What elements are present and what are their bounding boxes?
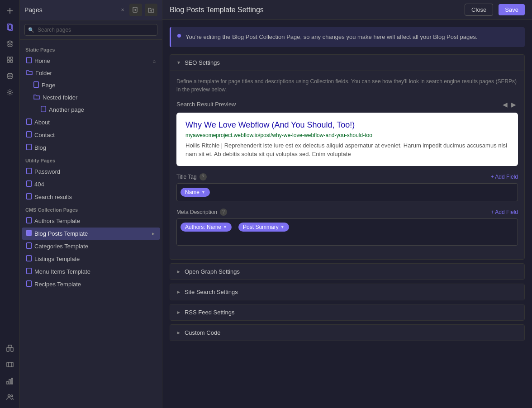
page-icon (26, 217, 32, 225)
meta-description-post-summary-pill[interactable]: Post Summary ▼ (238, 223, 289, 232)
sidebar-item-home[interactable]: Home ⌂ (22, 55, 160, 67)
page-icon (26, 168, 32, 176)
sidebar-item-label: Another page (49, 106, 156, 113)
rss-feed-section: ► RSS Feed Settings (170, 304, 525, 321)
chevron-right-icon: ► (151, 231, 156, 236)
title-tag-name-pill[interactable]: Name ▼ (180, 188, 210, 197)
sidebar-item-label: Categories Template (34, 243, 156, 250)
sidebar-item-label: Listings Template (34, 256, 156, 262)
component-icon[interactable] (3, 341, 17, 356)
sidebar-item-recipes-template[interactable]: Recipes Template (22, 278, 160, 290)
cms-icon[interactable] (3, 69, 17, 83)
pages-icon[interactable] (3, 20, 17, 34)
sidebar-item-search-results[interactable]: Search results (22, 191, 160, 203)
meta-description-add-field-button[interactable]: + Add Field (491, 209, 518, 215)
preview-prev-button[interactable]: ◀ (501, 100, 509, 109)
add-icon[interactable] (3, 4, 17, 18)
open-graph-section: ► Open Graph Settings (170, 263, 525, 280)
svg-rect-11 (11, 347, 13, 351)
layers-icon[interactable] (3, 36, 17, 51)
assets-icon[interactable] (3, 52, 17, 67)
sidebar-item-contact[interactable]: Contact (22, 129, 160, 141)
preview-next-button[interactable]: ▶ (509, 100, 518, 109)
page-icon-active (26, 230, 32, 237)
meta-description-label: Meta Description (176, 209, 217, 215)
meta-description-authors-pill[interactable]: Authors: Name ▼ (180, 223, 232, 232)
pill-chevron-icon: ▼ (201, 190, 205, 195)
title-tag-add-field-button[interactable]: + Add Field (491, 174, 518, 180)
seo-chevron-icon: ▼ (176, 60, 181, 65)
open-graph-header[interactable]: ► Open Graph Settings (170, 264, 524, 280)
sidebar-item-folder[interactable]: Folder (22, 67, 160, 79)
page-icon (26, 119, 32, 126)
accordion-chevron-icon: ► (176, 269, 181, 274)
svg-rect-5 (10, 57, 13, 59)
sidebar-item-password[interactable]: Password (22, 166, 160, 178)
svg-rect-16 (7, 381, 8, 384)
pill-chevron-icon: ▼ (280, 225, 285, 229)
svg-rect-10 (7, 347, 9, 351)
svg-rect-39 (27, 268, 32, 274)
svg-rect-37 (27, 243, 32, 249)
sidebar-close-button[interactable]: × (119, 6, 127, 14)
svg-rect-26 (27, 57, 32, 63)
sidebar-item-about[interactable]: About (22, 116, 160, 128)
analytics-icon[interactable] (3, 374, 17, 388)
sidebar-item-label: Nested folder (43, 94, 156, 101)
seo-settings-body: Define a template for page titles and de… (170, 71, 524, 259)
sidebar-item-menu-items-template[interactable]: Menu Items Template (22, 266, 160, 278)
pill-label: Post Summary (243, 224, 279, 230)
svg-rect-17 (9, 380, 10, 384)
accordion-chevron-icon: ► (176, 330, 181, 335)
svg-rect-35 (27, 218, 32, 223)
members-icon[interactable] (3, 390, 17, 404)
rss-feed-title: RSS Feed Settings (185, 309, 235, 316)
sidebar-item-categories-template[interactable]: Categories Template (22, 240, 160, 252)
add-folder-button[interactable] (145, 4, 157, 16)
close-button[interactable]: Close (465, 4, 493, 16)
sidebar-item-another-page[interactable]: Another page (22, 104, 160, 116)
sidebar-search-area: 🔍 (20, 20, 162, 40)
sidebar-item-page[interactable]: Page (22, 79, 160, 91)
info-banner-text: You're editing the Blog Post Collection … (185, 33, 478, 42)
title-tag-help-icon[interactable]: ? (200, 173, 207, 180)
sidebar-item-label: Search results (34, 194, 156, 200)
custom-code-header[interactable]: ► Custom Code (170, 325, 524, 341)
page-title: Blog Posts Template Settings (170, 6, 459, 14)
settings-icon[interactable] (3, 85, 17, 100)
section-label-cms: CMS Collection Pages (20, 204, 162, 214)
meta-description-input[interactable]: Authors: Name ▼ | Post Summary ▼ (176, 218, 518, 246)
sidebar-item-label: Folder (35, 70, 156, 76)
sidebar-item-listings-template[interactable]: Listings Template (22, 253, 160, 265)
search-input[interactable] (24, 24, 157, 36)
add-page-button[interactable] (129, 4, 142, 16)
main-area: Blog Posts Template Settings Close Save … (162, 0, 532, 408)
title-tag-input[interactable]: Name ▼ (176, 183, 518, 201)
page-icon (26, 280, 32, 288)
site-search-section: ► Site Search Settings (170, 284, 525, 300)
breakpoints-icon[interactable] (3, 357, 17, 372)
meta-description-help-icon[interactable]: ? (220, 209, 227, 216)
preview-header: Search Result Preview ◀ ▶ (176, 100, 518, 109)
meta-description-label-row: Meta Description ? + Add Field (176, 209, 518, 216)
preview-url: myawesomeproject.webflow.io/post/why-we-… (185, 132, 509, 138)
seo-settings-header[interactable]: ▼ SEO Settings (170, 55, 524, 71)
site-search-header[interactable]: ► Site Search Settings (170, 284, 524, 300)
sidebar-item-blog-posts-template[interactable]: Blog Posts Template ► (22, 228, 160, 240)
sidebar-item-label: Contact (34, 132, 156, 138)
svg-rect-34 (27, 194, 32, 199)
sidebar-item-nested-folder[interactable]: Nested folder (22, 92, 160, 103)
rss-feed-header[interactable]: ► RSS Feed Settings (170, 304, 524, 320)
page-icon (26, 242, 32, 250)
svg-rect-27 (34, 82, 39, 88)
sidebar-item-blog[interactable]: Blog (22, 142, 160, 154)
open-graph-title: Open Graph Settings (185, 268, 240, 275)
save-button[interactable]: Save (499, 4, 525, 15)
section-label-static: Static Pages (20, 43, 162, 54)
sidebar-item-authors-template[interactable]: Authors Template (22, 215, 160, 227)
sidebar-item-404[interactable]: 404 (22, 178, 160, 190)
sidebar-title: Pages (24, 6, 116, 14)
preview-title: Why We Love Webflow (And You Should, Too… (185, 120, 509, 130)
icon-bar (0, 0, 20, 408)
page-icon (26, 144, 32, 152)
